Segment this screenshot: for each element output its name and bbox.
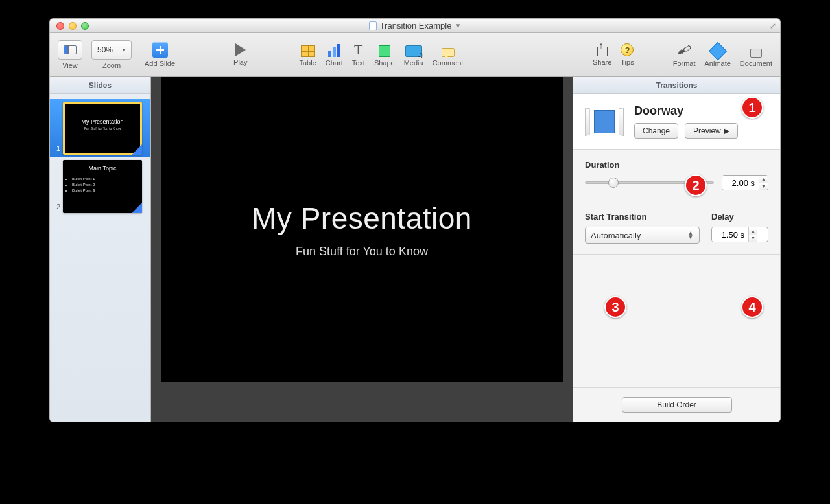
- chevron-down-icon: ▾: [123, 47, 126, 53]
- document-icon: [369, 21, 377, 30]
- close-window-button[interactable]: [56, 22, 64, 30]
- titlebar: Transition Example ▼ ⤢: [50, 19, 780, 33]
- inspector-header: Transitions: [573, 77, 780, 94]
- slide-subtitle[interactable]: Fun Stuff for You to Know: [296, 245, 428, 258]
- play-button[interactable]: [235, 43, 246, 56]
- start-transition-select[interactable]: Automatically ▲▼: [585, 227, 700, 244]
- slide-number: 1: [51, 144, 60, 155]
- format-button[interactable]: 🖌: [676, 41, 692, 58]
- document-button[interactable]: [750, 49, 762, 58]
- effect-preview-icon: [585, 106, 624, 137]
- chart-label: Chart: [326, 59, 343, 67]
- comment-button[interactable]: [442, 48, 455, 57]
- delay-input[interactable]: [712, 227, 748, 242]
- zoom-value: 50%: [97, 45, 113, 54]
- duration-stepper[interactable]: ▲▼: [759, 176, 768, 190]
- inspector-panel: Transitions Doorway Change Preview▶: [573, 77, 780, 422]
- zoom-label: Zoom: [102, 62, 121, 69]
- delay-label: Delay: [711, 212, 768, 222]
- thumb-subtitle: Fun Stuff for You to Know: [63, 126, 142, 130]
- view-button[interactable]: [58, 40, 82, 60]
- play-icon: ▶: [724, 126, 729, 135]
- slide-canvas[interactable]: My Presentation Fun Stuff for You to Kno…: [161, 77, 563, 382]
- change-effect-button[interactable]: Change: [634, 123, 678, 139]
- tips-button[interactable]: ?: [621, 43, 634, 56]
- table-button[interactable]: [301, 45, 315, 57]
- zoom-window-button[interactable]: [81, 22, 89, 30]
- slider-thumb[interactable]: [608, 178, 619, 188]
- sidebar-header: Slides: [50, 77, 150, 94]
- zoom-select[interactable]: 50% ▾: [91, 40, 132, 60]
- view-label: View: [62, 62, 78, 69]
- window-title: Transition Example: [380, 21, 452, 30]
- animate-button[interactable]: [709, 41, 727, 60]
- slide-number: 2: [51, 203, 60, 213]
- chart-button[interactable]: [328, 44, 340, 57]
- minimize-window-button[interactable]: [69, 22, 77, 30]
- share-button[interactable]: [597, 47, 608, 56]
- media-label: Media: [404, 59, 423, 67]
- document-label: Document: [740, 60, 772, 67]
- text-button[interactable]: T: [354, 43, 362, 57]
- inspector-footer: Build Order: [573, 387, 780, 422]
- play-label: Play: [233, 58, 247, 66]
- window-controls: [50, 22, 89, 30]
- canvas[interactable]: My Presentation Fun Stuff for You to Kno…: [151, 77, 573, 422]
- slide-title[interactable]: My Presentation: [252, 201, 472, 236]
- shape-label: Shape: [374, 59, 395, 67]
- duration-label: Duration: [585, 160, 768, 170]
- transition-corner-icon: [132, 203, 142, 213]
- table-label: Table: [300, 59, 316, 67]
- app-window: Transition Example ▼ ⤢ View 50% ▾ Zoom A: [49, 18, 781, 422]
- duration-input[interactable]: [722, 176, 759, 190]
- tips-label: Tips: [621, 58, 634, 66]
- body: Slides 1 My Presentation Fun Stuff for Y…: [50, 77, 780, 422]
- duration-section: Duration ▲▼: [573, 150, 780, 201]
- comment-label: Comment: [433, 59, 464, 67]
- add-slide-button[interactable]: [152, 42, 168, 58]
- annotation-badge-3: 3: [604, 296, 626, 318]
- view-icon: [64, 45, 77, 54]
- fullscreen-icon[interactable]: ⤢: [770, 21, 776, 30]
- delay-field[interactable]: ▲▼: [711, 227, 768, 242]
- delay-stepper[interactable]: ▲▼: [748, 227, 757, 242]
- annotation-badge-4: 4: [741, 296, 763, 318]
- preview-effect-button[interactable]: Preview▶: [685, 123, 738, 139]
- shape-button[interactable]: [379, 45, 390, 57]
- duration-field[interactable]: ▲▼: [722, 175, 768, 190]
- build-order-button[interactable]: Build Order: [622, 397, 732, 413]
- format-label: Format: [673, 60, 696, 67]
- chevron-down-icon: ▼: [455, 22, 461, 29]
- start-transition-value: Automatically: [591, 231, 641, 240]
- text-label: Text: [352, 59, 365, 67]
- slides-sidebar: Slides 1 My Presentation Fun Stuff for Y…: [50, 77, 151, 422]
- annotation-badge-2: 2: [685, 174, 707, 196]
- chevron-updown-icon: ▲▼: [687, 231, 694, 239]
- toolbar: View 50% ▾ Zoom Add Slide Play: [50, 33, 780, 77]
- start-section: Start Transition Automatically ▲▼ Delay …: [573, 201, 780, 255]
- media-button[interactable]: [405, 45, 422, 57]
- add-slide-label: Add Slide: [145, 60, 175, 67]
- slide-thumb-2[interactable]: 2 Main Topic Bullet Point 1 Bullet Point…: [50, 157, 150, 216]
- thumb-title: My Presentation: [63, 119, 142, 125]
- share-label: Share: [593, 58, 611, 66]
- start-transition-label: Start Transition: [585, 212, 700, 222]
- annotation-badge-1: 1: [741, 97, 763, 119]
- slide-thumb-1[interactable]: 1 My Presentation Fun Stuff for You to K…: [50, 99, 150, 157]
- transition-corner-icon: [132, 144, 142, 155]
- thumb-title: Main Topic: [63, 165, 142, 172]
- thumb-bullets: Bullet Point 1 Bullet Point 2 Bullet Poi…: [72, 177, 142, 192]
- slide-list: 1 My Presentation Fun Stuff for You to K…: [50, 94, 150, 221]
